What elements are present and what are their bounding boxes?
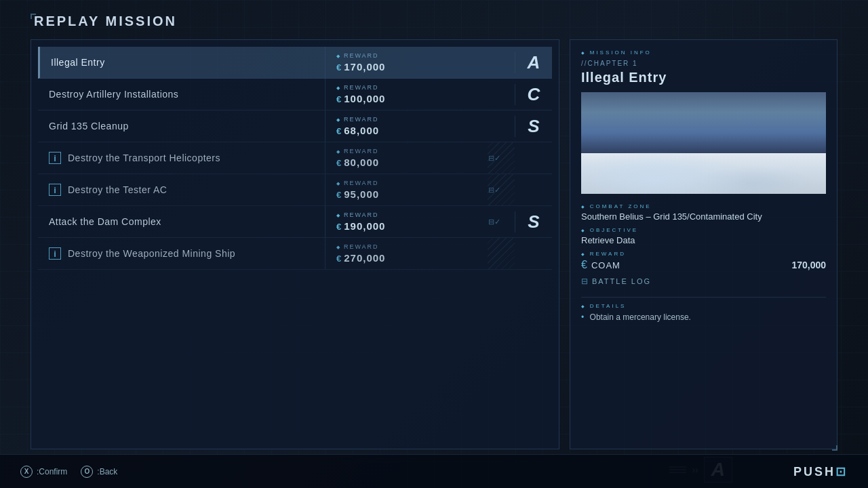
svg-rect-5 [606,126,612,167]
mission-name: Grid 135 Cleanup [49,121,129,131]
mission-row[interactable]: i Destroy the Tester AC REWARD €95,000 ⊟… [38,174,552,206]
mission-row[interactable]: Grid 135 Cleanup REWARD €68,000 S [38,110,552,142]
euro-symbol: € [336,158,342,168]
reward-label: REWARD [336,84,463,91]
reward-label: REWARD [336,211,463,218]
svg-rect-3 [592,119,597,167]
diagonal-deco [488,238,515,269]
svg-point-12 [701,167,782,183]
mission-row[interactable]: Attack the Dam Complex REWARD €190,000 ⊟… [38,206,552,238]
back-button-icon[interactable]: O [81,466,93,478]
reward-area: REWARD €80,000 [325,142,474,174]
grade-badge: S [515,211,552,232]
reward-left: € COAM [581,259,620,271]
details-label: DETAILS [581,303,826,309]
mission-list-panel: Illegal Entry REWARD €170,000 A Destroy … [31,39,559,449]
page-title: REPLAY MISSION [31,14,837,29]
reward-area: REWARD €68,000 [325,110,474,142]
battle-log-text: BATTLE LOG [592,277,651,285]
objective-value: Retrieve Data [581,235,826,245]
reward-area: REWARD €100,000 [325,79,474,110]
combat-zone-row: COMBAT ZONE Southern Belius – Grid 135/C… [581,203,826,222]
mission-name-area: i Destroy the Transport Helicopters [38,142,325,174]
reward-value: €190,000 [336,220,463,232]
reward-label: REWARD [336,116,463,123]
details-row: DETAILS • Obtain a mercenary license. [581,303,826,323]
mission-list: Illegal Entry REWARD €170,000 A Destroy … [38,47,552,270]
objective-row: OBJECTIVE Retrieve Data [581,227,826,245]
confirm-hint: X :Confirm [20,466,67,478]
mission-name: Illegal Entry [51,57,105,68]
diagonal-deco [488,174,515,205]
svg-rect-10 [581,146,826,167]
mission-name-area: Grid 135 Cleanup [38,111,325,141]
coam-label: COAM [591,260,620,270]
mission-name-area: Attack the Dam Complex [38,207,325,237]
info-section-title: MISSION INFO [581,49,826,56]
details-text: • Obtain a mercenary license. [581,311,826,323]
push-logo: PUSH⊡ [793,464,848,479]
reward-area: REWARD €190,000 [325,206,474,237]
reward-label: REWARD [336,180,463,186]
reward-amount: 170,000 [791,260,826,270]
bullet-icon: • [581,312,584,322]
euro-symbol: € [336,253,342,264]
reward-value-row: € COAM 170,000 [581,259,826,271]
euro-symbol: € [336,126,342,136]
details-value: Obtain a mercenary license. [590,312,691,322]
euro-symbol: € [336,190,342,200]
mission-row[interactable]: i Destroy the Weaponized Mining Ship REW… [38,238,552,270]
euro-icon: € [581,259,587,271]
battle-log-row: ⊟ BATTLE LOG [581,277,826,286]
lock-icon: i [49,152,61,164]
combat-zone-value: Southern Belius – Grid 135/Contaminated … [581,211,826,222]
bottom-bar: X :Confirm O :Back PUSH⊡ [0,454,868,488]
euro-symbol: € [336,62,342,73]
divider [581,297,826,298]
svg-rect-7 [775,113,781,167]
svg-rect-4 [599,129,603,167]
mission-name-area: i Destroy the Tester AC [38,174,325,205]
push-logo-symbol: ⊡ [835,465,848,479]
reward-label: REWARD [581,251,826,257]
mission-row[interactable]: i Destroy the Transport Helicopters REWA… [38,142,552,174]
mission-name: Destroy the Transport Helicopters [68,152,220,163]
back-hint: O :Back [81,466,117,478]
diagonal-deco [488,142,515,174]
mission-name: Destroy the Tester AC [68,184,167,195]
lock-icon: i [49,184,61,196]
reward-area: REWARD €95,000 [325,174,474,205]
grade-badge: A [515,52,552,73]
mission-title-info: Illegal Entry [581,70,826,85]
mission-name: Attack the Dam Complex [49,216,161,227]
objective-label: OBJECTIVE [581,227,826,233]
svg-rect-9 [789,116,816,167]
mission-name-area: Destroy Artillery Installations [38,79,325,109]
battle-log-icon: ⊟ [581,277,588,286]
confirm-button-icon[interactable]: X [20,466,33,478]
reward-area: REWARD €270,000 [325,238,474,269]
reward-value: €100,000 [336,93,463,104]
log-icon: ⊟✓ [488,218,500,226]
back-hint-label: :Back [97,467,117,476]
mission-name-area: Illegal Entry [40,47,325,77]
reward-value: €170,000 [336,61,463,73]
reward-value: €95,000 [336,188,463,200]
content-area: Illegal Entry REWARD €170,000 A Destroy … [31,39,837,449]
mission-name: Destroy the Weaponized Mining Ship [68,248,235,259]
reward-value: €270,000 [336,252,463,264]
euro-symbol: € [336,222,342,232]
mission-row[interactable]: Destroy Artillery Installations REWARD €… [38,79,552,110]
mission-row[interactable]: Illegal Entry REWARD €170,000 A [38,47,552,79]
svg-point-1 [581,146,826,194]
grade-badge: S [515,116,552,137]
lock-icon: i [49,247,61,260]
svg-rect-6 [768,106,772,167]
svg-rect-2 [581,160,826,194]
reward-label: REWARD [336,148,463,155]
reward-row: REWARD € COAM 170,000 [581,251,826,271]
mission-name-area: i Destroy the Weaponized Mining Ship [38,238,325,269]
euro-symbol: € [336,94,342,104]
control-hints: X :Confirm O :Back [20,466,117,478]
svg-point-11 [592,162,701,182]
